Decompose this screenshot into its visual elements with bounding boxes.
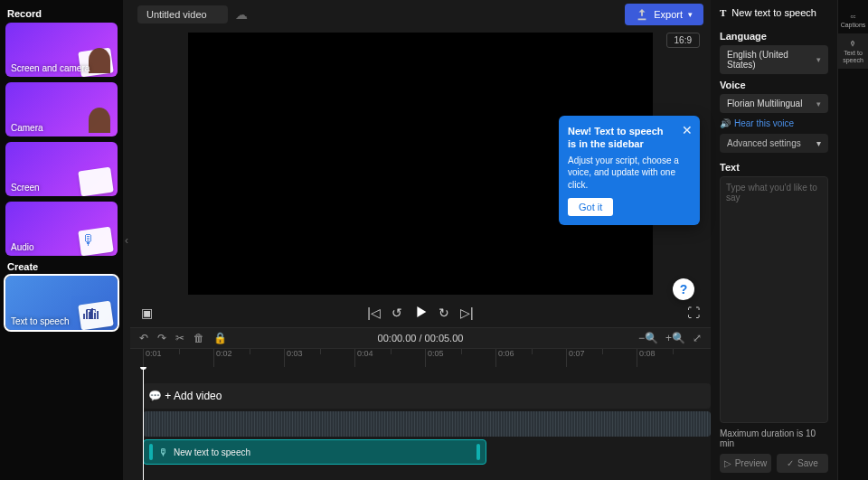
max-duration-note: Maximum duration is 10 min — [720, 428, 828, 448]
ruler-tick: 0:08 — [637, 349, 707, 367]
zoom-in-icon[interactable]: +🔍 — [665, 332, 685, 344]
popover-gotit-button[interactable]: Got it — [568, 198, 613, 216]
card-text-to-speech[interactable]: T Text to speech — [5, 276, 118, 330]
tts-popover: ✕ New! Text to speech is in the sidebar … — [559, 116, 700, 225]
ruler-tick: 0:05 — [425, 349, 495, 367]
ruler-tick: 0:07 — [566, 349, 637, 367]
popover-desc: Adjust your script, choose a voice, and … — [568, 155, 691, 192]
audio-track[interactable] — [143, 411, 711, 437]
mic-icon: 🎙 — [81, 232, 96, 249]
seek-fwd-icon[interactable]: ↻ — [439, 306, 449, 320]
skip-back-icon[interactable]: |◁ — [367, 306, 381, 320]
text-label: Text — [720, 162, 828, 173]
clip-handle-left[interactable] — [149, 444, 153, 460]
crop-icon[interactable]: ▣ — [141, 306, 153, 320]
help-button[interactable]: ? — [673, 278, 694, 300]
cursor-icon: ↖ — [86, 167, 99, 187]
tts-text-input[interactable] — [720, 176, 828, 423]
playhead[interactable] — [143, 367, 144, 480]
language-select[interactable]: English (United States)▾ — [720, 45, 828, 74]
mic-icon: 🎙 — [850, 41, 856, 48]
card-label: Camera — [11, 123, 43, 133]
card-thumb — [71, 102, 112, 135]
play-icon: ▷ — [724, 458, 731, 468]
preview-button[interactable]: ▷Preview — [720, 454, 771, 473]
record-section-title: Record — [7, 8, 118, 19]
card-thumb: 🎙 — [71, 221, 112, 254]
ruler-tick: 0:02 — [213, 349, 284, 367]
cut-icon[interactable]: ✂ — [175, 332, 184, 344]
clip-handle-right[interactable] — [476, 444, 480, 460]
card-audio[interactable]: 🎙 Audio — [5, 202, 118, 256]
zoom-out-icon[interactable]: −🔍 — [638, 332, 658, 344]
text-icon: T — [86, 306, 96, 323]
card-screen-and-camera[interactable]: Screen and camera — [5, 23, 118, 77]
ruler-tick: 0:06 — [495, 349, 566, 367]
chevron-down-icon: ▾ — [688, 10, 693, 19]
redo-icon[interactable]: ↷ — [157, 332, 166, 344]
ruler-tick: 0:04 — [354, 349, 425, 367]
clip-label: New text to speech — [174, 447, 250, 457]
ruler-tick: 0:01 — [143, 349, 213, 367]
cloud-sync-icon: ☁ — [235, 7, 248, 22]
ruler-tick: 0:03 — [284, 349, 354, 367]
add-video-label: 💬 + Add video — [148, 390, 222, 402]
check-icon: ✓ — [787, 458, 794, 468]
voice-label: Voice — [720, 80, 828, 90]
tts-tab[interactable]: 🎙 Text to speech — [838, 33, 868, 69]
advanced-settings-toggle[interactable]: Advanced settings▾ — [720, 134, 828, 153]
seek-back-icon[interactable]: ↺ — [392, 306, 402, 320]
card-label: Audio — [11, 242, 34, 252]
card-thumb: ↖ — [71, 162, 112, 194]
card-screen[interactable]: ↖ Screen — [5, 142, 118, 196]
card-camera[interactable]: Camera — [5, 82, 118, 136]
mic-icon: 🎙 — [158, 447, 168, 457]
timeline-ruler[interactable]: 0:010:020:030:040:050:060:070:08 — [130, 349, 711, 367]
save-button[interactable]: ✓Save — [777, 454, 828, 473]
card-label: Text to speech — [11, 316, 69, 326]
create-section-title: Create — [7, 261, 118, 272]
video-track[interactable]: 💬 + Add video — [143, 383, 711, 409]
captions-icon: ㏄ — [850, 13, 856, 20]
chevron-down-icon: ▾ — [816, 99, 821, 108]
card-label: Screen and camera — [11, 63, 90, 73]
skip-fwd-icon[interactable]: ▷| — [460, 306, 474, 320]
chevron-down-icon: ▾ — [816, 138, 821, 148]
upload-icon — [636, 8, 648, 21]
popover-title: New! Text to speech is in the sidebar — [568, 125, 691, 151]
timeline-tracks[interactable]: 💬 + Add video 🎙 New text to speech — [130, 367, 711, 480]
tts-clip[interactable]: 🎙 New text to speech — [143, 439, 486, 465]
language-label: Language — [720, 31, 828, 42]
card-label: Screen — [11, 183, 40, 193]
lock-icon[interactable]: 🔒 — [213, 332, 227, 344]
hear-voice-link[interactable]: 🔊Hear this voice — [720, 118, 828, 128]
card-thumb: T — [71, 296, 112, 328]
export-label: Export — [654, 9, 683, 20]
close-icon[interactable]: ✕ — [682, 123, 693, 137]
time-display: 00:00.00 / 00:05.00 — [378, 333, 464, 344]
speaker-icon: 🔊 — [720, 118, 731, 128]
text-icon: T — [720, 7, 726, 18]
fit-icon[interactable]: ⤢ — [693, 332, 702, 344]
video-title-input[interactable] — [137, 5, 228, 24]
aspect-ratio-selector[interactable]: 16:9 — [666, 33, 700, 48]
fullscreen-icon[interactable]: ⛶ — [687, 306, 700, 320]
voice-select[interactable]: Florian Multilingual▾ — [720, 94, 828, 113]
export-button[interactable]: Export ▾ — [625, 4, 703, 25]
delete-icon[interactable]: 🗑 — [193, 332, 204, 344]
panel-title: T New text to speech — [720, 7, 828, 18]
play-button[interactable] — [413, 305, 428, 322]
question-icon: ? — [680, 282, 688, 296]
captions-tab[interactable]: ㏄ Captions — [838, 5, 868, 33]
undo-icon[interactable]: ↶ — [139, 332, 148, 344]
collapse-left-panel[interactable] — [123, 0, 130, 480]
chevron-down-icon: ▾ — [816, 55, 821, 64]
